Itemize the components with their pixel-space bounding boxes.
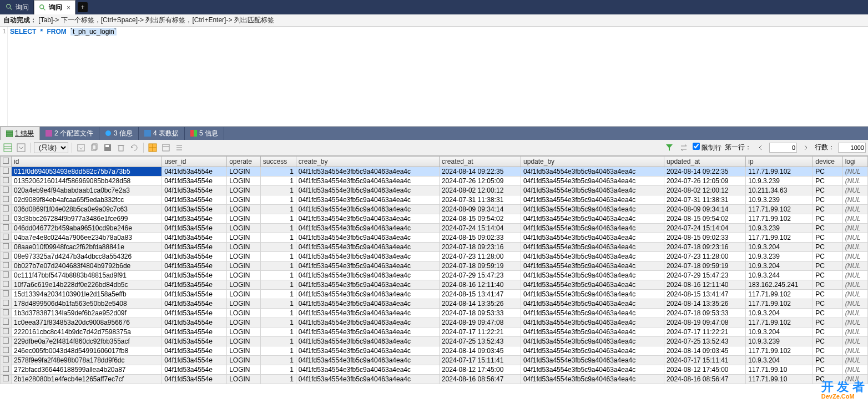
text-mode-icon[interactable] <box>174 142 185 153</box>
next-page-icon[interactable] <box>800 142 811 153</box>
column-user_id[interactable]: user_id <box>162 157 227 167</box>
table-row[interactable]: 02d9089f84eb4afcaa65f5edab332fcc04f1fd53… <box>1 195 868 205</box>
grid-view-icon[interactable] <box>2 142 13 153</box>
row-checkbox[interactable] <box>1 346 12 356</box>
row-checkbox[interactable] <box>1 299 12 309</box>
row-checkbox[interactable] <box>1 290 12 299</box>
table-row[interactable]: 01352062160144f586969085bb428d5804f1fd53… <box>1 177 868 186</box>
table-row[interactable]: 2578f9e9fa2f48e98b078a178dd9f6dc04f1fd53… <box>1 356 868 365</box>
column-update_by[interactable]: update_by <box>521 157 664 167</box>
rows-input[interactable] <box>838 143 866 153</box>
table-row[interactable]: 020a4eb9e4f94ababdaab1ca0bc7e2a304f1fd53… <box>1 186 868 195</box>
filter-icon[interactable] <box>664 142 675 153</box>
table-row[interactable]: 08e973325a7d4247b3a4dbcc8a55432604f1fd53… <box>1 252 868 261</box>
row-checkbox[interactable] <box>1 356 12 365</box>
tab-results[interactable]: 1 结果 <box>0 127 40 140</box>
results-toolbar: (只读) 限制行 第一行： 行数： <box>0 140 868 155</box>
tab-profiles[interactable]: 2 个配置文件 <box>40 127 99 140</box>
row-checkbox[interactable] <box>1 243 12 252</box>
tab-query-active[interactable]: 询问 × <box>34 0 75 14</box>
table-icon <box>6 130 13 137</box>
row-checkbox[interactable] <box>1 318 12 328</box>
export-icon[interactable] <box>75 142 87 153</box>
row-checkbox[interactable] <box>1 280 12 290</box>
tab-label: 2 个配置文件 <box>54 129 93 138</box>
row-checkbox[interactable] <box>1 224 12 233</box>
row-checkbox[interactable] <box>1 252 12 261</box>
tab-info2[interactable]: 5 信息 <box>185 127 224 140</box>
firstrow-input[interactable] <box>769 143 797 153</box>
table-row[interactable]: 1c0eea371f834853a20dc9008a95667604f1fd53… <box>1 318 868 328</box>
table-row[interactable]: 272bfacd366446188599allea4b20a8704f1fd53… <box>1 365 868 375</box>
row-checkbox[interactable] <box>1 271 12 280</box>
row-checkbox[interactable] <box>1 214 12 224</box>
table-row[interactable]: 229dfbe0a7e2f4814f860dc92fbb355acf04f1fd… <box>1 337 868 346</box>
row-checkbox[interactable] <box>1 309 12 318</box>
prev-page-icon[interactable] <box>755 142 766 153</box>
row-checkbox[interactable] <box>1 328 12 337</box>
tab-query-inactive[interactable]: 询问 <box>1 1 34 14</box>
svg-line-1 <box>10 8 12 10</box>
table-row[interactable]: 08aae010f09948fcac2f62bfda88841e04f1fd53… <box>1 243 868 252</box>
row-checkbox[interactable] <box>1 337 12 346</box>
column-success[interactable]: success <box>260 157 296 167</box>
row-checkbox[interactable] <box>1 205 12 214</box>
svg-point-2 <box>40 4 44 8</box>
svg-rect-20 <box>105 145 109 147</box>
save-icon[interactable] <box>102 142 113 153</box>
row-checkbox[interactable] <box>1 375 12 384</box>
grid-mode-icon[interactable] <box>147 142 158 153</box>
table-row[interactable]: 246ec005fb0043d48d54991606017fb804f1fd53… <box>1 346 868 356</box>
svg-rect-9 <box>144 130 151 137</box>
table-row[interactable]: 011f0d694053493e8dd582c75b7a73b504f1fd53… <box>1 167 868 177</box>
row-checkbox[interactable] <box>1 177 12 186</box>
row-checkbox[interactable] <box>1 195 12 205</box>
column-updated_at[interactable]: updated_at <box>664 157 746 167</box>
repeat-icon[interactable] <box>678 142 689 153</box>
table-row[interactable]: 1b3d378387134la59def6b2ae952d09f04f1fd53… <box>1 309 868 318</box>
svg-rect-7 <box>46 130 52 137</box>
column-device[interactable]: device <box>813 157 842 167</box>
column-logi[interactable]: logi <box>842 157 867 167</box>
table-row[interactable]: 2b1e28080b1e4fecb4e1265aff7ec7cf04f1fd53… <box>1 375 868 384</box>
refresh-icon[interactable] <box>129 142 140 153</box>
table-row[interactable]: 178d4899506d4b1fa563e50bb2e540804f1fd53a… <box>1 299 868 309</box>
column-ip[interactable]: ip <box>746 157 813 167</box>
table-row[interactable]: 0c111f47bbf5474b8883b48815ad9f9104f1fd53… <box>1 271 868 280</box>
zoom-icon <box>6 3 13 11</box>
delete-icon[interactable] <box>115 142 127 153</box>
table-row[interactable]: 03d3bbc267284f9b977a3486e1fce69904f1fd53… <box>1 214 868 224</box>
add-tab-button[interactable]: + <box>78 2 88 12</box>
table-row[interactable]: 10f7a6c619e14b228df0e226bd84db5c04f1fd53… <box>1 280 868 290</box>
row-checkbox[interactable] <box>1 365 12 375</box>
close-icon[interactable]: × <box>67 4 70 12</box>
copy-icon[interactable] <box>89 142 100 153</box>
checkbox-header[interactable] <box>1 157 12 167</box>
result-grid[interactable]: iduser_idoperatesuccesscreate_bycreated_… <box>0 155 868 384</box>
grid-icon <box>144 130 151 137</box>
dropdown-icon[interactable] <box>16 142 27 153</box>
limit-rows-checkbox[interactable]: 限制行 <box>693 143 721 153</box>
svg-rect-26 <box>163 144 169 151</box>
sql-editor[interactable]: SELECT * FROM `t_ph_uc_login` <box>8 27 868 126</box>
table-row[interactable]: 2220161cbc8c414b9dc7d42d7598375a04f1fd53… <box>1 328 868 337</box>
row-checkbox[interactable] <box>1 167 12 177</box>
column-operate[interactable]: operate <box>227 157 261 167</box>
row-checkbox[interactable] <box>1 186 12 195</box>
svg-rect-16 <box>78 144 84 151</box>
results-tab-bar: 1 结果 2 个配置文件 3 信息 4 表数据 5 信息 <box>0 127 868 140</box>
row-checkbox[interactable] <box>1 261 12 271</box>
form-mode-icon[interactable] <box>160 142 171 153</box>
column-created_at[interactable]: created_at <box>439 157 521 167</box>
table-row[interactable]: 15d13394a2034103901le2d158a5effb04f1fd53… <box>1 290 868 299</box>
column-id[interactable]: id <box>12 157 162 167</box>
row-checkbox[interactable] <box>1 233 12 243</box>
table-row[interactable]: 04ba7e4e8c0244a7906ee234b78a0a8304f1fd53… <box>1 233 868 243</box>
readonly-select[interactable]: (只读) <box>34 142 68 153</box>
column-create_by[interactable]: create_by <box>296 157 439 167</box>
table-row[interactable]: 036d0869f1f04e028b5ca0e9a09c7c6304f1fd53… <box>1 205 868 214</box>
tab-tabledata[interactable]: 4 表数据 <box>139 127 185 140</box>
table-row[interactable]: 0b027b7e07d2404683f4804b9792b6de04f1fd53… <box>1 261 868 271</box>
table-row[interactable]: 046dd046772b459aba96510cd9be246e04f1fd53… <box>1 224 868 233</box>
tab-info[interactable]: 3 信息 <box>99 127 139 140</box>
